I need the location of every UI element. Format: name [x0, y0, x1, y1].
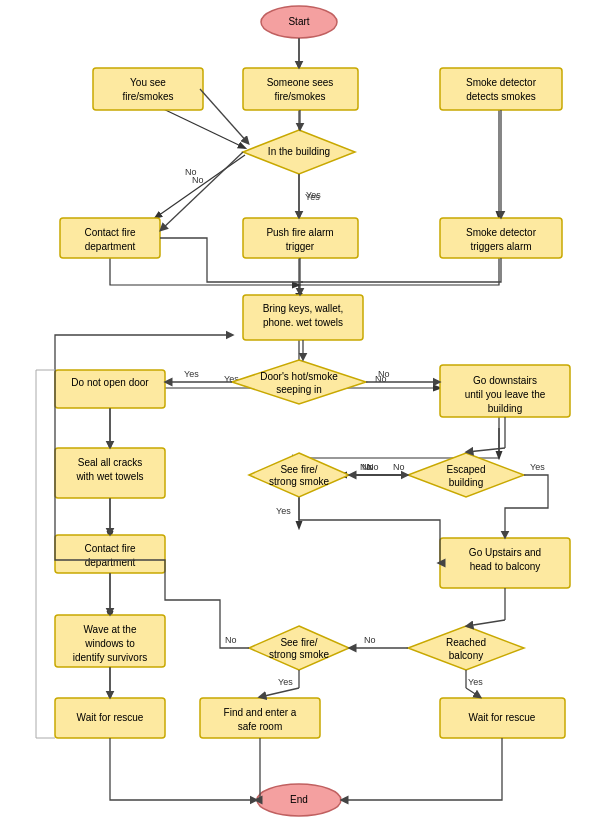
svg-text:Yes: Yes	[276, 506, 291, 516]
go-downstairs-label: Go downstairs	[473, 375, 537, 386]
start-label: Start	[288, 16, 309, 27]
svg-text:Yes: Yes	[530, 462, 545, 472]
find-safe-label: Find and enter a	[224, 707, 297, 718]
svg-text:No: No	[360, 462, 372, 472]
svg-marker-50	[408, 453, 524, 497]
svg-marker-61	[408, 626, 524, 670]
svg-rect-25	[93, 68, 203, 110]
reached-balcony-label: Reached	[446, 637, 486, 648]
smoke-detects-label: Smoke detector	[466, 77, 537, 88]
svg-text:strong smoke: strong smoke	[269, 649, 329, 660]
contact-fd2-label: Contact fire	[84, 543, 136, 554]
svg-line-104	[260, 688, 299, 697]
svg-rect-27	[243, 68, 358, 110]
svg-text:fire/smokes: fire/smokes	[122, 91, 173, 102]
svg-line-69	[200, 89, 248, 143]
svg-text:department: department	[85, 241, 136, 252]
you-see-label: You see	[130, 77, 166, 88]
in-building-label: In the building	[268, 146, 330, 157]
svg-text:building: building	[449, 477, 483, 488]
wait-rescue1-label: Wait for rescue	[77, 712, 144, 723]
escaped-label: Escaped	[447, 464, 486, 475]
svg-rect-34	[243, 218, 358, 258]
svg-text:fire/smokes: fire/smokes	[274, 91, 325, 102]
svg-text:safe room: safe room	[238, 721, 282, 732]
svg-rect-29	[440, 68, 562, 110]
svg-text:No: No	[192, 175, 204, 185]
svg-text:with wet towels: with wet towels	[75, 471, 143, 482]
svg-text:building: building	[488, 403, 522, 414]
bring-keys-label: Bring keys, wallet,	[263, 303, 344, 314]
smoke-alarm-label: Smoke detector	[466, 227, 537, 238]
svg-text:triggers alarm: triggers alarm	[470, 241, 531, 252]
svg-text:windows to: windows to	[84, 638, 135, 649]
push-alarm-label: Push fire alarm	[266, 227, 333, 238]
wait-rescue2-label: Wait for rescue	[469, 712, 536, 723]
wave-windows-label: Wave at the	[84, 624, 137, 635]
svg-text:strong smoke: strong smoke	[269, 476, 329, 487]
svg-line-72	[161, 152, 243, 230]
svg-text:seeping in: seeping in	[276, 384, 322, 395]
svg-text:trigger: trigger	[286, 241, 315, 252]
svg-text:Yes: Yes	[305, 192, 320, 202]
svg-rect-64	[200, 698, 320, 738]
svg-line-100	[466, 688, 480, 697]
svg-text:No: No	[364, 635, 376, 645]
svg-text:detects smokes: detects smokes	[466, 91, 535, 102]
svg-marker-40	[232, 360, 366, 404]
see-fire2-label: See fire/	[280, 637, 317, 648]
svg-text:department: department	[85, 557, 136, 568]
go-upstairs-label: Go Upstairs and	[469, 547, 541, 558]
svg-line-86	[467, 448, 505, 452]
svg-line-96	[467, 620, 505, 626]
svg-text:balcony: balcony	[449, 650, 483, 661]
do-not-open-label: Do not open door	[71, 377, 149, 388]
svg-text:head to balcony: head to balcony	[470, 561, 541, 572]
svg-text:Yes: Yes	[184, 369, 199, 379]
svg-text:phone. wet towels: phone. wet towels	[263, 317, 343, 328]
see-fire1-label: See fire/	[280, 464, 317, 475]
seal-cracks-label: Seal all cracks	[78, 457, 142, 468]
svg-text:until you leave the: until you leave the	[465, 389, 546, 400]
svg-text:No: No	[378, 369, 390, 379]
contact-fd1-label: Contact fire	[84, 227, 136, 238]
svg-rect-36	[440, 218, 562, 258]
svg-text:Yes: Yes	[278, 677, 293, 687]
svg-text:identify survivors: identify survivors	[73, 652, 147, 663]
svg-text:Yes: Yes	[468, 677, 483, 687]
svg-rect-32	[60, 218, 160, 258]
svg-text:No: No	[225, 635, 237, 645]
end-label: End	[290, 794, 308, 805]
someone-sees-label: Someone sees	[267, 77, 334, 88]
door-hot-label: Door's hot/smoke	[260, 371, 338, 382]
